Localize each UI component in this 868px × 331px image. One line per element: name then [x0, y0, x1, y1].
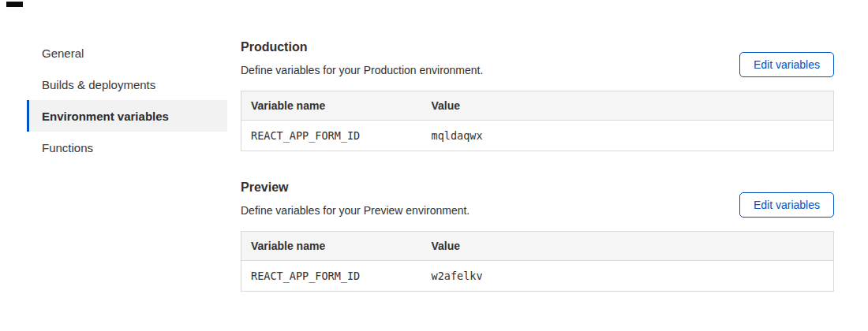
preview-section-header: Preview Define variables for your Previe…: [241, 180, 834, 218]
table-row: REACT_APP_FORM_ID mqldaqwx: [241, 121, 834, 151]
settings-sidebar: General Builds & deployments Environment…: [27, 37, 227, 163]
table-header-row: Variable name Value: [241, 232, 834, 261]
preview-section: Preview Define variables for your Previe…: [241, 180, 834, 292]
variable-value-cell: w2afelkv: [422, 261, 834, 292]
column-header-value: Value: [422, 91, 834, 121]
settings-page: General Builds & deployments Environment…: [0, 0, 868, 292]
sidebar-item-environment-variables[interactable]: Environment variables: [27, 100, 227, 132]
variable-name-cell: REACT_APP_FORM_ID: [241, 121, 422, 151]
edit-variables-button-preview[interactable]: Edit variables: [739, 192, 834, 218]
column-header-variable-name: Variable name: [241, 91, 422, 121]
table-row: REACT_APP_FORM_ID w2afelkv: [241, 261, 834, 292]
sidebar-item-label: Environment variables: [42, 110, 169, 123]
column-header-variable-name: Variable name: [241, 232, 422, 261]
edit-variables-button-production[interactable]: Edit variables: [739, 52, 834, 77]
sidebar-item-builds-deployments[interactable]: Builds & deployments: [27, 69, 227, 100]
production-section-header: Production Define variables for your Pro…: [241, 39, 834, 77]
sidebar-item-label: Builds & deployments: [42, 78, 155, 91]
section-description-preview: Define variables for your Preview enviro…: [241, 203, 470, 218]
sidebar-item-functions[interactable]: Functions: [27, 132, 227, 163]
column-header-value: Value: [422, 232, 834, 261]
preview-variables-table: Variable name Value REACT_APP_FORM_ID w2…: [241, 231, 834, 292]
sidebar-item-label: General: [42, 46, 84, 60]
production-section-text: Production Define variables for your Pro…: [241, 39, 483, 77]
environment-variables-content: Production Define variables for your Pro…: [241, 39, 834, 292]
table-header-row: Variable name Value: [241, 91, 834, 121]
section-title-production: Production: [241, 39, 483, 55]
variable-value-cell: mqldaqwx: [422, 121, 834, 151]
sidebar-item-label: Functions: [42, 141, 93, 154]
variable-name-cell: REACT_APP_FORM_ID: [241, 261, 422, 292]
sidebar-item-general[interactable]: General: [27, 37, 227, 69]
production-variables-table: Variable name Value REACT_APP_FORM_ID mq…: [241, 91, 834, 151]
preview-section-text: Preview Define variables for your Previe…: [241, 180, 470, 218]
section-title-preview: Preview: [241, 180, 470, 195]
production-section: Production Define variables for your Pro…: [241, 39, 834, 151]
section-description-production: Define variables for your Production env…: [241, 63, 483, 77]
browser-render-artifact: [6, 2, 23, 7]
